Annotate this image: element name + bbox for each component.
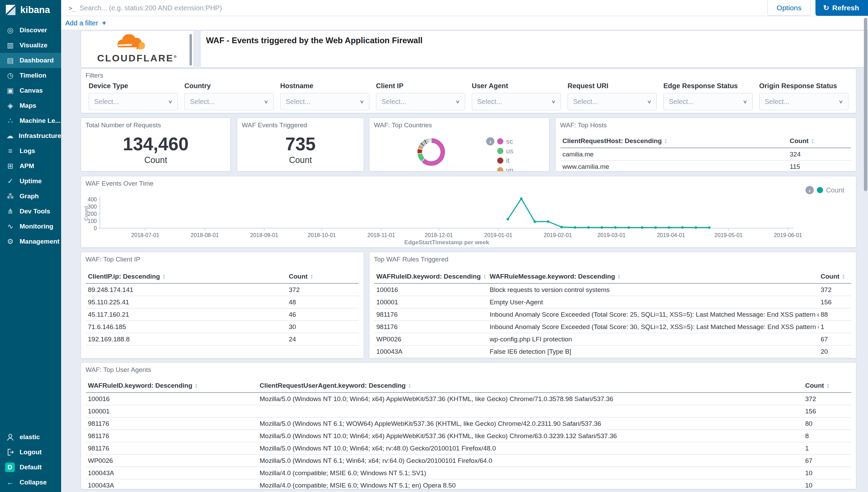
column-header[interactable]: WAFRuleMessage.keyword: Descending▲▼ xyxy=(488,271,819,283)
sidebar-item-space-default[interactable]: D Default xyxy=(0,460,61,475)
data-point[interactable] xyxy=(681,226,684,229)
metric-value: 735 xyxy=(237,134,364,154)
sidebar-item-maps[interactable]: ◈Maps xyxy=(0,98,61,113)
search-input[interactable] xyxy=(75,4,767,12)
column-header[interactable]: Count▲▼ xyxy=(287,271,359,283)
sidebar-item-dashboard[interactable]: ▤Dashboard xyxy=(0,53,61,68)
table-cell: 45.117.160.21 xyxy=(86,308,287,321)
sidebar-item-management[interactable]: ⚙Management xyxy=(0,234,61,249)
legend-collapse-icon[interactable]: › xyxy=(806,186,814,194)
data-point[interactable] xyxy=(614,226,617,229)
data-point[interactable] xyxy=(560,226,563,228)
legend-dot xyxy=(497,148,503,154)
table-row: 100043AFalse IE6 detection [Type B]20 xyxy=(374,345,851,358)
svg-text:2019-04-01: 2019-04-01 xyxy=(657,232,685,238)
column-header[interactable]: WAFRuleID.keyword: Descending▲▼ xyxy=(374,271,488,283)
column-header[interactable]: Count▲▼ xyxy=(788,135,851,148)
sidebar-item-user[interactable]: elastic xyxy=(0,430,61,445)
column-header[interactable]: WAFRuleID.keyword: Descending▲▼ xyxy=(86,380,258,393)
legend-item-it[interactable]: it xyxy=(486,156,513,165)
sidebar-item-logout[interactable]: Logout xyxy=(0,445,61,460)
sidebar-item-monitoring[interactable]: ∿Monitoring xyxy=(0,219,61,234)
table-row: 89.248.174.141372 xyxy=(86,283,359,296)
table-row: 100001156 xyxy=(86,405,851,418)
sidebar-item-graph[interactable]: ⁂Graph xyxy=(0,189,61,204)
countries-donut xyxy=(369,118,549,172)
dashboard-content: CLOUDFLARE® WAF - Events triggered by th… xyxy=(61,30,868,492)
table-cell: 10 xyxy=(803,467,851,479)
table-cell: 48 xyxy=(287,296,359,308)
column-header[interactable]: ClientIP.ip: Descending▲▼ xyxy=(86,271,287,283)
select-placeholder: Select... xyxy=(669,98,694,106)
panel-top-countries: WAF: Top Countries ›scusitvn xyxy=(369,118,549,172)
sidebar-item-uptime[interactable]: ✓Uptime xyxy=(0,174,61,189)
sidebar-item-label: Maps xyxy=(20,102,36,109)
data-point[interactable] xyxy=(520,197,523,200)
column-header[interactable]: Count▲▼ xyxy=(819,271,851,283)
table-row: 100016Block requests to version control … xyxy=(374,283,851,296)
table-row: WP0026Mozilla/5.0 (Windows NT 6.1; Win64… xyxy=(86,455,851,467)
filter-label: Origin Response Status xyxy=(759,82,848,90)
filter-select-request-uri[interactable]: Select...∨ xyxy=(568,93,657,110)
data-point[interactable] xyxy=(587,226,590,229)
donut-slice-other[interactable] xyxy=(430,138,431,143)
table-row: 192.169.188.824 xyxy=(86,333,359,345)
data-point[interactable] xyxy=(601,226,603,229)
sidebar-item-visualize[interactable]: ▥Visualize xyxy=(0,38,61,53)
add-filter-link[interactable]: Add a filter + xyxy=(65,19,106,27)
legend-collapse-icon[interactable]: › xyxy=(486,137,494,145)
legend-item-us[interactable]: us xyxy=(486,146,513,156)
sidebar-item-label: Graph xyxy=(20,192,39,200)
panel-scrollbar[interactable] xyxy=(190,34,192,66)
column-header[interactable]: ClientRequestHost: Descending▲▼ xyxy=(560,135,788,148)
data-point[interactable] xyxy=(654,226,657,229)
sidebar-item-logs[interactable]: ≡Logs xyxy=(0,143,61,159)
table-cell: WP0026 xyxy=(374,333,488,345)
sidebar-item-collapse[interactable]: ← Collapse xyxy=(0,475,61,490)
data-point[interactable] xyxy=(628,226,630,229)
data-point[interactable] xyxy=(507,218,509,220)
data-point[interactable] xyxy=(641,226,643,229)
filter-select-country[interactable]: Select...∨ xyxy=(184,93,274,110)
data-point[interactable] xyxy=(708,226,710,229)
sidebar-item-compass[interactable]: ◎Discover xyxy=(0,23,61,38)
legend-item-vn[interactable]: vn xyxy=(486,165,513,172)
filter-select-client-ip[interactable]: Select...∨ xyxy=(376,93,465,110)
dashboard-icon: ▤ xyxy=(5,56,15,65)
kibana-logo[interactable]: kibana xyxy=(0,0,61,20)
sidebar-item-dev-tools[interactable]: ⋔Dev Tools xyxy=(0,204,61,219)
sidebar-item-machine-learning[interactable]: ∴Machine Le... xyxy=(0,113,61,128)
collapse-label: Collapse xyxy=(20,479,47,486)
legend-label: it xyxy=(506,157,510,165)
filter-group-client-ip: Client IPSelect...∨ xyxy=(376,82,465,110)
sidebar-item-apm[interactable]: ⊞APM xyxy=(0,159,61,174)
filter-select-origin-response-status[interactable]: Select...∨ xyxy=(759,93,848,110)
svg-text:300: 300 xyxy=(88,204,97,210)
svg-text:2019-05-01: 2019-05-01 xyxy=(715,232,743,238)
filter-select-device-type[interactable]: Select...∨ xyxy=(89,93,178,110)
options-button[interactable]: Options xyxy=(767,0,811,16)
legend-label[interactable]: Count xyxy=(826,186,844,194)
sidebar-item-infrastructure[interactable]: ☁Infrastructure xyxy=(0,128,61,143)
data-point[interactable] xyxy=(668,226,670,229)
data-point[interactable] xyxy=(574,226,576,229)
sort-icon: ▲▼ xyxy=(826,383,830,388)
filter-select-edge-response-status[interactable]: Select...∨ xyxy=(663,93,753,110)
data-point[interactable] xyxy=(695,226,697,229)
filter-select-user-agent[interactable]: Select...∨ xyxy=(472,93,561,110)
table-cell: 100001 xyxy=(86,405,258,418)
legend-item-sc[interactable]: ›sc xyxy=(486,137,513,146)
column-header[interactable]: ClientRequestUserAgent.keyword: Descendi… xyxy=(258,380,803,393)
data-point[interactable] xyxy=(534,221,536,223)
chevron-down-icon: ∨ xyxy=(647,98,652,104)
column-header[interactable]: Count▲▼ xyxy=(803,380,851,393)
page-scrollbar[interactable] xyxy=(864,18,867,191)
filter-select-hostname[interactable]: Select...∨ xyxy=(280,93,369,110)
timelion-icon: ◷ xyxy=(5,71,15,80)
sidebar-item-timelion[interactable]: ◷Timelion xyxy=(0,68,61,83)
table-row: WP0026wp-config.php LFI protection67 xyxy=(374,333,851,345)
data-point[interactable] xyxy=(547,220,549,223)
refresh-button[interactable]: ↻ Refresh xyxy=(815,0,868,16)
table-cell: 981176 xyxy=(374,321,488,333)
sidebar-item-canvas[interactable]: ▣Canvas xyxy=(0,83,61,98)
